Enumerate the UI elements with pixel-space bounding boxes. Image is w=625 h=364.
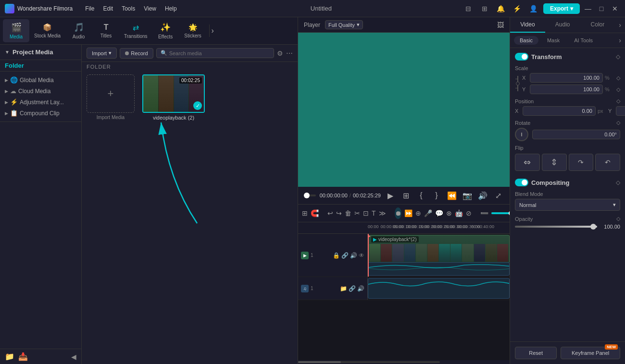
tab-titles[interactable]: T Titles bbox=[93, 20, 119, 41]
titlebar-icon-3[interactable]: 🔔 bbox=[494, 4, 508, 13]
position-y-input[interactable] bbox=[616, 106, 625, 116]
timeline-speed-icon[interactable]: ⏩ bbox=[404, 207, 412, 219]
more-options-icon[interactable]: ⋯ bbox=[286, 49, 293, 57]
track-lock-icon[interactable]: 🔒 bbox=[333, 252, 340, 259]
timeline-more-icon[interactable]: ≫ bbox=[379, 207, 386, 219]
tab-color[interactable]: Color bbox=[580, 17, 615, 33]
search-input[interactable] bbox=[169, 50, 270, 56]
tab-media[interactable]: 🎬 Media bbox=[3, 19, 29, 42]
audio-track-volume-icon[interactable]: 🔊 bbox=[357, 285, 364, 292]
tree-item-adjustment-layer[interactable]: ▶ ⚡ Adjustment Lay... bbox=[2, 97, 79, 108]
timeline-voiceover-icon[interactable]: 🎤 bbox=[424, 207, 432, 219]
minimize-button[interactable]: — bbox=[583, 3, 593, 14]
timeline-undo-icon[interactable]: ↩ bbox=[327, 207, 333, 219]
menu-help[interactable]: Help bbox=[161, 4, 181, 13]
tab-stickers[interactable]: 🌟 Stickers bbox=[180, 20, 206, 41]
toolbar-more-button[interactable]: › bbox=[209, 24, 216, 37]
audio-only-clip[interactable] bbox=[368, 278, 510, 299]
scale-x-keyframe[interactable]: ◇ bbox=[616, 75, 620, 81]
scale-x-input[interactable] bbox=[530, 73, 603, 83]
tab-effects[interactable]: ✨ Effects bbox=[152, 19, 179, 42]
position-x-input[interactable] bbox=[523, 106, 596, 116]
opacity-keyframe-diamond[interactable]: ◇ bbox=[616, 216, 620, 222]
audio-track-icon-2[interactable]: 🔗 bbox=[349, 285, 356, 292]
tab-transitions[interactable]: ⇄ Transitions bbox=[120, 20, 151, 42]
opacity-slider[interactable] bbox=[515, 226, 597, 228]
menu-edit[interactable]: Edit bbox=[100, 4, 117, 13]
timeline-delete-icon[interactable]: 🗑 bbox=[345, 207, 351, 219]
volume-bar[interactable] bbox=[491, 212, 510, 214]
play-button[interactable]: ▶ bbox=[385, 190, 396, 201]
mark-in-button[interactable]: { bbox=[415, 190, 427, 201]
timeline-minus-icon[interactable]: ➖ bbox=[480, 207, 488, 219]
titlebar-icon-1[interactable]: ⊟ bbox=[462, 4, 475, 13]
subtab-more-icon[interactable]: › bbox=[619, 36, 621, 45]
audio-track-icon-1[interactable]: 📁 bbox=[340, 285, 347, 292]
export-button[interactable]: Export ▾ bbox=[543, 3, 580, 14]
add-folder-icon[interactable]: 📁 bbox=[5, 352, 14, 361]
timeline-narration-icon[interactable]: 💬 bbox=[435, 207, 443, 219]
timeline-redo-icon[interactable]: ↪ bbox=[336, 207, 342, 219]
track-eye-icon[interactable]: 👁 bbox=[359, 252, 364, 259]
subtab-basic[interactable]: Basic bbox=[514, 36, 538, 45]
timeline-stabilize-icon[interactable]: ⊕ bbox=[415, 207, 421, 219]
timeline-ai-icon[interactable]: 🤖 bbox=[455, 207, 463, 219]
timeline-scroll-track[interactable] bbox=[298, 361, 440, 363]
rotate-dial[interactable] bbox=[515, 128, 528, 141]
loop-button[interactable]: ⊞ bbox=[400, 190, 412, 201]
track-link-icon[interactable]: 🔗 bbox=[341, 252, 349, 259]
import-media-placeholder[interactable]: + bbox=[87, 74, 135, 113]
collapse-panel-icon[interactable]: ◀ bbox=[71, 353, 76, 361]
flip-counterclockwise-button[interactable]: ↶ bbox=[595, 154, 620, 171]
timeline-cut-icon[interactable]: ✂ bbox=[354, 207, 360, 219]
timeline-scroll-thumb[interactable] bbox=[298, 361, 341, 363]
mark-out-button[interactable]: } bbox=[431, 190, 442, 201]
reset-button[interactable]: Reset bbox=[515, 347, 557, 359]
timeline-playhead-icon[interactable]: ⏺ bbox=[395, 207, 401, 219]
import-button[interactable]: Import ▾ bbox=[87, 48, 117, 59]
folder-label[interactable]: Folder bbox=[5, 62, 24, 69]
rotate-input[interactable] bbox=[532, 130, 620, 139]
menu-file[interactable]: File bbox=[81, 4, 98, 13]
playback-progress-bar[interactable] bbox=[304, 194, 316, 196]
quality-selector[interactable]: Full Quality ▾ bbox=[325, 20, 363, 29]
scale-y-keyframe[interactable]: ◇ bbox=[616, 86, 620, 93]
track-volume-icon[interactable]: 🔊 bbox=[350, 252, 357, 259]
right-panel-more-icon[interactable]: › bbox=[615, 17, 625, 33]
video-clip[interactable]: ▶ videoplayback*(2) bbox=[368, 235, 510, 263]
blend-mode-selector[interactable]: Normal ▾ bbox=[515, 199, 620, 211]
timeline-grid-icon[interactable]: ⊞ bbox=[302, 207, 308, 219]
compositing-toggle[interactable] bbox=[515, 179, 528, 186]
keyframe-panel-button[interactable]: Keyframe Panel NEW bbox=[561, 347, 620, 359]
tree-item-compound-clip[interactable]: ▶ 📋 Compound Clip bbox=[2, 108, 79, 119]
timeline-crop-icon[interactable]: ⊡ bbox=[363, 207, 369, 219]
import-icon[interactable]: 📥 bbox=[18, 352, 28, 361]
tab-audio[interactable]: Audio bbox=[545, 17, 580, 33]
maximize-button[interactable]: □ bbox=[596, 3, 607, 14]
timeline-transition-icon[interactable]: ⊘ bbox=[466, 207, 472, 219]
tab-stock-media[interactable]: 📦 Stock Media bbox=[30, 20, 64, 41]
timeline-magnet-icon[interactable]: 🧲 bbox=[311, 207, 319, 219]
compositing-keyframe-diamond[interactable]: ◇ bbox=[616, 179, 620, 186]
tab-audio[interactable]: 🎵 Audio bbox=[65, 19, 92, 42]
position-keyframe-diamond[interactable]: ◇ bbox=[616, 98, 620, 104]
flip-horizontal-button[interactable]: ⇔ bbox=[515, 154, 540, 171]
menu-tools[interactable]: Tools bbox=[118, 4, 139, 13]
filter-icon[interactable]: ⚙ bbox=[277, 49, 283, 57]
tree-item-cloud-media[interactable]: ▶ ☁ Cloud Media bbox=[2, 85, 79, 97]
subtab-mask[interactable]: Mask bbox=[541, 36, 565, 45]
prev-frame-button[interactable]: ⏪ bbox=[446, 190, 458, 201]
fullscreen-button[interactable]: ⤢ bbox=[492, 190, 504, 201]
subtab-ai-tools[interactable]: AI Tools bbox=[568, 36, 599, 45]
transform-keyframe-diamond[interactable]: ◇ bbox=[616, 53, 620, 60]
record-button[interactable]: Record bbox=[120, 48, 153, 59]
media-thumbnail-videoplayback[interactable]: 00:02:25 ✓ videoplayback (2) bbox=[142, 74, 205, 121]
volume-button[interactable]: 🔊 bbox=[477, 190, 488, 201]
titlebar-icon-4[interactable]: ⚡ bbox=[511, 4, 524, 13]
player-options-icon[interactable]: 🖼 bbox=[497, 21, 504, 29]
scale-y-input[interactable] bbox=[530, 85, 603, 94]
menu-view[interactable]: View bbox=[140, 4, 160, 13]
timeline-effect-icon[interactable]: ⊗ bbox=[446, 207, 452, 219]
timeline-text-icon[interactable]: T bbox=[372, 207, 376, 219]
tab-video[interactable]: Video bbox=[510, 17, 545, 33]
